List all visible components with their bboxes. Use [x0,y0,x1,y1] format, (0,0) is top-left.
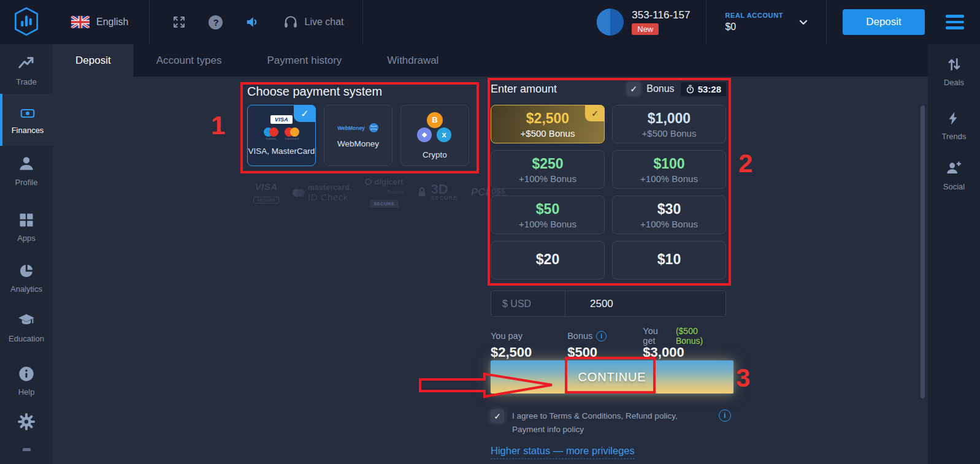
amount-option-50[interactable]: $50 +100% Bonus [491,196,605,234]
payment-section: Choose payment system ✓ VISA maestro [247,84,475,208]
sidebar-item-apps[interactable]: Apps [0,211,53,243]
help-button[interactable]: ? [209,15,223,29]
person-icon [17,154,36,173]
live-chat-label: Live chat [304,17,343,28]
agreement-text: I agree to Terms & Conditions, Refund po… [512,409,707,436]
sidebar-item-finances[interactable]: Finances [0,94,53,146]
up-down-arrows-icon [946,56,962,72]
amount-option-250[interactable]: $250 +100% Bonus [491,150,605,189]
amount-input[interactable] [565,291,725,316]
you-get-label: You get [643,326,672,346]
bonus-checkbox[interactable]: ✓ [627,82,640,96]
tab-deposit[interactable]: Deposit [53,44,134,77]
payment-section-title: Choose payment system [247,84,475,99]
account-balance: $0 [725,21,783,32]
left-sidebar: Trade Finances Profile Apps [0,44,53,464]
avatar [597,9,624,36]
fullscreen-button[interactable] [172,15,186,29]
divider [826,0,827,44]
sidebar-item-trends[interactable]: Trends [942,110,967,141]
payment-method-visa-mastercard[interactable]: ✓ VISA maestro mastercard [247,105,316,166]
you-get-bonus-note: ($500 Bonus) [676,326,726,346]
payment-method-label: Crypto [423,150,447,159]
sidebar-item-social[interactable]: Social [943,159,965,191]
vertical-scrollbar[interactable] [921,105,925,398]
ethereum-icon: ◆ [417,127,432,142]
stopwatch-icon [686,85,695,94]
selected-check-icon: ✓ [585,105,605,121]
sound-button[interactable] [245,14,261,30]
tab-bar: Deposit Account types Payment history Wi… [53,44,928,77]
you-get-value: $3,000 [643,344,726,360]
selected-check-icon: ✓ [294,105,316,122]
amount-section-title: Enter amount [491,83,557,96]
digicert-badge: digicert Trusted SECURE [365,177,403,208]
amount-option-100[interactable]: $100 +100% Bonus [612,150,726,189]
amount-option-2500[interactable]: $2,500 +$500 Bonus ✓ [491,105,605,143]
amount-option-10[interactable]: $10 [612,241,726,280]
main-area: Deposit Account types Payment history Wi… [53,44,928,464]
logo-hexagon-icon [12,7,40,37]
webmoney-globe-icon [369,123,379,133]
currency-selector[interactable]: $ USD [491,291,565,316]
crypto-icons: B ◆ x [416,112,454,144]
sidebar-item-trade[interactable]: Trade [0,54,53,86]
sidebar-item-education[interactable]: Education [0,312,53,343]
fullscreen-icon [172,15,186,29]
live-chat-button[interactable]: Live chat [283,14,343,30]
bonus-info-icon[interactable]: i [596,331,607,341]
account-type-label: REAL ACCOUNT [725,12,783,19]
uk-flag-icon [71,16,90,28]
visa-secure-badge: VISA SECURE [253,181,279,203]
lightning-icon [946,110,961,126]
you-pay-label: You pay [491,331,523,341]
payment-method-label: WebMoney [337,139,379,148]
deposit-button[interactable]: Deposit [843,9,925,35]
divider [362,0,363,44]
question-icon: ? [209,15,223,29]
agreement-info-icon[interactable]: i [719,409,731,422]
account-type-dropdown[interactable]: REAL ACCOUNT $0 [706,0,827,44]
trend-arrow-icon [17,54,36,72]
sidebar-item-deals[interactable]: Deals [944,56,964,87]
amount-option-1000[interactable]: $1,000 +$500 Bonus [612,105,726,143]
headset-icon [283,14,299,30]
content-area: Choose payment system ✓ VISA maestro [53,77,928,464]
continue-button[interactable]: CONTINUE [491,360,733,394]
gear-icon [17,413,36,431]
sidebar-item-settings[interactable] [0,413,53,431]
bitcoin-icon: B [427,112,443,128]
right-sidebar: Deals Trends Social [928,44,980,464]
menu-button[interactable] [946,15,964,29]
language-selector[interactable]: English [71,16,128,28]
account-id: 353-116-157 [632,9,690,21]
tab-payment-history[interactable]: Payment history [244,44,364,77]
partial-icon [23,448,31,451]
account-info[interactable]: 353-116-157 New [597,9,690,36]
amount-option-20[interactable]: $20 [491,241,605,280]
lock-icon [416,186,427,199]
app-logo[interactable] [0,7,53,37]
amount-section: Enter amount ✓ Bonus 53:28 [491,82,726,459]
trust-badges: VISA SECURE mastercard. ID Check di [253,177,475,208]
chevron-down-icon [799,20,808,25]
agreement-checkbox[interactable]: ✓ [491,409,504,423]
payment-method-webmoney[interactable]: WebMoney WebMoney [324,105,392,166]
graduation-cap-icon [17,312,36,329]
sidebar-item-help[interactable]: Help [0,365,53,397]
tab-withdrawal[interactable]: Withdrawal [364,44,461,77]
sidebar-item-profile[interactable]: Profile [0,154,53,187]
bonus-value: $500 [567,344,643,360]
add-person-icon [945,159,962,177]
new-badge: New [632,23,659,35]
tab-account-types[interactable]: Account types [134,44,245,77]
bonus-timer: 53:28 [681,82,726,96]
amount-option-30[interactable]: $30 +100% Bonus [612,196,726,234]
amount-input-row: $ USD [491,291,726,317]
pie-chart-icon [18,262,35,280]
sidebar-item-analytics[interactable]: Analytics [0,262,53,294]
payment-method-crypto[interactable]: B ◆ x Crypto [400,105,469,166]
3d-secure-badge: 3D SECURE [416,184,457,201]
higher-status-link[interactable]: Higher status — more privileges [491,445,635,459]
bonus-label: Bonus [567,331,592,341]
